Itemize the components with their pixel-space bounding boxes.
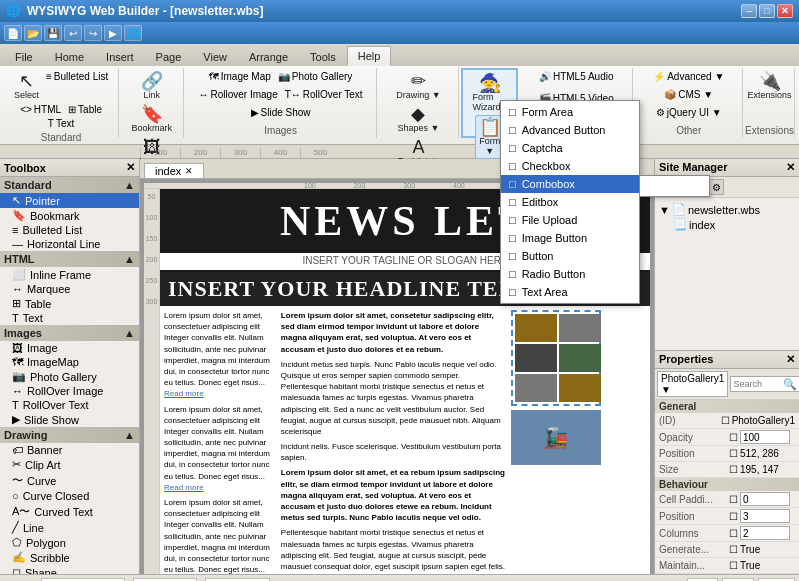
toolbox-item-scribble[interactable]: ✍ Scribble <box>0 550 139 565</box>
prop-opacity-input[interactable] <box>740 430 790 444</box>
toolbox-section-drawing[interactable]: Drawing ▲ <box>0 427 139 443</box>
toolbox-item-clip-art[interactable]: ✂ Clip Art <box>0 457 139 472</box>
rollover-text-button[interactable]: T↔ RollOver Text <box>282 88 366 101</box>
toolbox-item-photo-gallery[interactable]: 📷 Photo Gallery <box>0 369 139 384</box>
qa-preview-button[interactable]: ▶ <box>104 25 122 41</box>
dropdown-item-checkbox[interactable]: □ Checkbox <box>501 157 639 175</box>
prop-cell-spacing-input[interactable] <box>740 509 790 523</box>
toolbox-section-html[interactable]: HTML ▲ <box>0 251 139 267</box>
tab-view[interactable]: View <box>192 46 238 66</box>
prop-columns-input[interactable] <box>740 526 790 540</box>
toolbox-close-icon[interactable]: ✕ <box>126 161 135 174</box>
ribbon-group-images: 🗺 Image Map 📷 Photo Gallery ↔ Rollover I… <box>186 68 377 138</box>
dropdown-item-image-button[interactable]: □ Image Button <box>501 229 639 247</box>
toolbox-item-imagemap[interactable]: 🗺 ImageMap <box>0 355 139 369</box>
site-manager-close-icon[interactable]: ✕ <box>786 161 795 174</box>
bookmark-button[interactable]: 🔖 Bookmark <box>129 103 176 135</box>
toolbox-item-inline-frame[interactable]: ⬜ Inline Frame <box>0 267 139 282</box>
properties-close-icon[interactable]: ✕ <box>786 353 795 366</box>
toolbox-item-curved-text[interactable]: A〜 Curved Text <box>0 503 139 520</box>
tree-item-index[interactable]: 📃 index <box>659 217 795 232</box>
qa-open-button[interactable]: 📂 <box>24 25 42 41</box>
toolbox-item-curve-closed[interactable]: ○ Curve Closed <box>0 489 139 503</box>
polygon-icon: ⬠ <box>12 536 22 549</box>
dropdown-item-captcha[interactable]: □ Captcha <box>501 139 639 157</box>
qa-publish-button[interactable]: 🌐 <box>124 25 142 41</box>
toolbox-item-rollover-image[interactable]: ↔ RollOver Image <box>0 384 139 398</box>
toolbox-section-standard[interactable]: Standard ▲ <box>0 177 139 193</box>
dropdown-item-radio-button[interactable]: □ Radio Button <box>501 265 639 283</box>
cms-button[interactable]: 📦 CMS ▼ <box>661 88 716 101</box>
col1-read-more2[interactable]: Read more <box>164 483 204 492</box>
toolbox-item-text[interactable]: T Text <box>0 311 139 325</box>
other-group-label: Other <box>676 125 701 136</box>
prop-id-text[interactable]: PhotoGallery1 <box>732 415 795 426</box>
dropdown-item-combobox[interactable]: □ Combobox Combobox <box>501 175 639 193</box>
minimize-button[interactable]: ─ <box>741 4 757 18</box>
canvas-tab-index[interactable]: index ✕ <box>144 163 204 178</box>
tab-arrange[interactable]: Arrange <box>238 46 299 66</box>
prop-row-size: Size ☐ 195, 147 <box>655 462 799 478</box>
prop-object-select[interactable]: PhotoGallery1 ▼ <box>657 371 728 397</box>
title-bar-controls[interactable]: ─ □ ✕ <box>741 4 793 18</box>
jquery-ui-button[interactable]: ⚙ jQuery UI ▼ <box>653 106 725 119</box>
close-button[interactable]: ✕ <box>777 4 793 18</box>
extensions-button[interactable]: 🔌 Extensions <box>745 70 795 102</box>
col1-read-more[interactable]: Read more <box>164 389 204 398</box>
bulleted-list-tool-icon: ≡ <box>12 224 18 236</box>
prop-search-input[interactable] <box>733 379 783 389</box>
shapes-button[interactable]: ◆ Shapes ▼ <box>395 103 443 135</box>
toolbox-item-horizontal-line[interactable]: — Horizontal Line <box>0 237 139 251</box>
html-button[interactable]: <> HTML <box>17 103 64 116</box>
toolbox-item-pointer[interactable]: ↖ Pointer <box>0 193 139 208</box>
toolbox-item-rollover-text[interactable]: T RollOver Text <box>0 398 139 412</box>
toolbox-item-image[interactable]: 🖼 Image <box>0 341 139 355</box>
qa-save-button[interactable]: 💾 <box>44 25 62 41</box>
prop-cell-padding-input[interactable] <box>740 492 790 506</box>
toolbox-item-marquee[interactable]: ↔ Marquee <box>0 282 139 296</box>
dropdown-item-text-area[interactable]: □ Text Area <box>501 283 639 301</box>
qa-redo-button[interactable]: ↪ <box>84 25 102 41</box>
dropdown-item-advanced-button[interactable]: □ Advanced Button <box>501 121 639 139</box>
toolbox-item-bookmark[interactable]: 🔖 Bookmark <box>0 208 139 223</box>
qa-undo-button[interactable]: ↩ <box>64 25 82 41</box>
link-button[interactable]: 🔗 Link <box>138 70 166 102</box>
html5-audio-button[interactable]: 🔊 HTML5 Audio <box>536 70 617 83</box>
tab-insert[interactable]: Insert <box>95 46 145 66</box>
prop-search-box[interactable]: 🔍 <box>730 376 799 392</box>
toolbox-item-curve[interactable]: 〜 Curve <box>0 472 139 489</box>
sm-settings-button[interactable]: ⚙ <box>708 179 724 195</box>
tree-item-newsletter[interactable]: ▼ 📄 newsletter.wbs <box>659 202 795 217</box>
table-ribbon-button[interactable]: ⊞ Table <box>65 103 105 116</box>
tab-page[interactable]: Page <box>145 46 193 66</box>
tab-tools[interactable]: Tools <box>299 46 347 66</box>
image-map-button[interactable]: 🗺 Image Map <box>206 70 274 83</box>
toolbox-item-line[interactable]: ╱ Line <box>0 520 139 535</box>
tab-home[interactable]: Home <box>44 46 95 66</box>
tab-help[interactable]: Help <box>347 46 392 66</box>
advanced-button[interactable]: ⚡ Advanced ▼ <box>650 70 727 83</box>
qa-new-button[interactable]: 📄 <box>4 25 22 41</box>
toolbox-item-shape[interactable]: ◻ Shape <box>0 565 139 574</box>
slide-show-button[interactable]: ▶ Slide Show <box>248 106 314 119</box>
bulleted-list-button[interactable]: ≡ Bulleted List <box>43 70 111 83</box>
toolbox-item-banner[interactable]: 🏷 Banner <box>0 443 139 457</box>
maximize-button[interactable]: □ <box>759 4 775 18</box>
rollover-image-button[interactable]: ↔ Rollover Image <box>195 88 280 101</box>
photo-gallery-button[interactable]: 📷 Photo Gallery <box>275 70 356 83</box>
dropdown-item-button[interactable]: □ Button <box>501 247 639 265</box>
dropdown-item-editbox[interactable]: □ Editbox <box>501 193 639 211</box>
text-ribbon-button[interactable]: T Text <box>45 117 77 130</box>
toolbox-item-slide-show[interactable]: ▶ Slide Show <box>0 412 139 427</box>
toolbox-item-table[interactable]: ⊞ Table <box>0 296 139 311</box>
toolbox-section-images[interactable]: Images ▲ <box>0 325 139 341</box>
drawing-button[interactable]: ✏ Drawing ▼ <box>393 70 443 102</box>
dropdown-item-form-area[interactable]: □ Form Area <box>501 103 639 121</box>
dropdown-item-file-upload[interactable]: □ File Upload <box>501 211 639 229</box>
rollover-image-tool-icon: ↔ <box>12 385 23 397</box>
toolbox-item-bulleted-list[interactable]: ≡ Bulleted List <box>0 223 139 237</box>
select-button[interactable]: ↖ Select <box>11 70 42 102</box>
toolbox-item-polygon[interactable]: ⬠ Polygon <box>0 535 139 550</box>
tab-file[interactable]: File <box>4 46 44 66</box>
canvas-tab-close-icon[interactable]: ✕ <box>185 166 193 176</box>
